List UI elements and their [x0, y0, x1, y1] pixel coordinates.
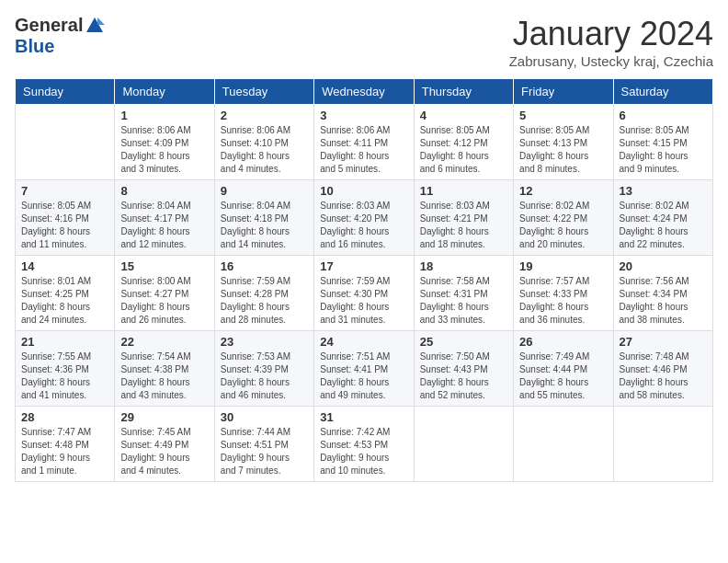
- day-number: 3: [320, 109, 407, 122]
- calendar-cell: 2Sunrise: 8:06 AM Sunset: 4:10 PM Daylig…: [214, 105, 313, 180]
- day-number: 29: [120, 410, 208, 424]
- location-subtitle: Zabrusany, Ustecky kraj, Czechia: [509, 53, 713, 69]
- day-number: 5: [519, 109, 607, 122]
- calendar-cell: 9Sunrise: 8:04 AM Sunset: 4:18 PM Daylig…: [214, 180, 313, 256]
- day-number: 17: [320, 259, 407, 273]
- day-info: Sunrise: 8:02 AM Sunset: 4:24 PM Dayligh…: [620, 200, 707, 251]
- calendar-cell: 26Sunrise: 7:49 AM Sunset: 4:44 PM Dayli…: [514, 331, 613, 407]
- weekday-header-sunday: Sunday: [16, 79, 115, 105]
- logo-blue-text: Blue: [15, 36, 54, 57]
- calendar-cell: 29Sunrise: 7:45 AM Sunset: 4:49 PM Dayli…: [115, 407, 214, 482]
- day-info: Sunrise: 8:00 AM Sunset: 4:27 PM Dayligh…: [120, 275, 208, 327]
- calendar-cell: 8Sunrise: 8:04 AM Sunset: 4:17 PM Daylig…: [115, 180, 214, 256]
- calendar-cell: [16, 105, 115, 180]
- calendar-cell: 31Sunrise: 7:42 AM Sunset: 4:53 PM Dayli…: [314, 407, 414, 482]
- day-info: Sunrise: 7:59 AM Sunset: 4:28 PM Dayligh…: [221, 275, 308, 327]
- logo-icon: [85, 16, 105, 36]
- week-row-3: 14Sunrise: 8:01 AM Sunset: 4:25 PM Dayli…: [16, 256, 713, 331]
- day-number: 13: [620, 184, 707, 198]
- calendar-cell: 17Sunrise: 7:59 AM Sunset: 4:30 PM Dayli…: [314, 256, 414, 331]
- day-number: 18: [420, 259, 507, 273]
- day-number: 9: [221, 184, 308, 198]
- day-info: Sunrise: 7:49 AM Sunset: 4:44 PM Dayligh…: [519, 350, 607, 402]
- weekday-header-wednesday: Wednesday: [314, 79, 414, 105]
- calendar-cell: [514, 407, 613, 482]
- calendar-cell: 22Sunrise: 7:54 AM Sunset: 4:38 PM Dayli…: [115, 331, 214, 407]
- calendar-cell: 14Sunrise: 8:01 AM Sunset: 4:25 PM Dayli…: [16, 256, 115, 331]
- calendar-cell: 5Sunrise: 8:05 AM Sunset: 4:13 PM Daylig…: [514, 105, 613, 180]
- day-info: Sunrise: 7:59 AM Sunset: 4:30 PM Dayligh…: [320, 275, 407, 327]
- calendar-cell: 27Sunrise: 7:48 AM Sunset: 4:46 PM Dayli…: [613, 331, 712, 407]
- day-info: Sunrise: 7:45 AM Sunset: 4:49 PM Dayligh…: [120, 426, 208, 477]
- day-number: 30: [221, 410, 308, 424]
- day-number: 20: [620, 259, 707, 273]
- day-number: 28: [21, 410, 108, 424]
- day-info: Sunrise: 7:42 AM Sunset: 4:53 PM Dayligh…: [320, 426, 407, 477]
- day-number: 8: [120, 184, 208, 198]
- day-info: Sunrise: 8:04 AM Sunset: 4:18 PM Dayligh…: [221, 200, 308, 251]
- day-info: Sunrise: 8:02 AM Sunset: 4:22 PM Dayligh…: [519, 200, 607, 251]
- day-number: 19: [519, 259, 607, 273]
- day-info: Sunrise: 7:44 AM Sunset: 4:51 PM Dayligh…: [221, 426, 308, 477]
- day-info: Sunrise: 7:54 AM Sunset: 4:38 PM Dayligh…: [120, 350, 208, 402]
- calendar-cell: 20Sunrise: 7:56 AM Sunset: 4:34 PM Dayli…: [613, 256, 712, 331]
- calendar-table: SundayMondayTuesdayWednesdayThursdayFrid…: [15, 78, 713, 482]
- day-number: 24: [320, 335, 407, 349]
- calendar-cell: 30Sunrise: 7:44 AM Sunset: 4:51 PM Dayli…: [214, 407, 313, 482]
- day-info: Sunrise: 7:58 AM Sunset: 4:31 PM Dayligh…: [420, 275, 507, 327]
- day-info: Sunrise: 8:03 AM Sunset: 4:20 PM Dayligh…: [320, 200, 407, 251]
- calendar-cell: 19Sunrise: 7:57 AM Sunset: 4:33 PM Dayli…: [514, 256, 613, 331]
- day-number: 21: [21, 335, 108, 349]
- calendar-cell: 3Sunrise: 8:06 AM Sunset: 4:11 PM Daylig…: [314, 105, 414, 180]
- calendar-cell: 25Sunrise: 7:50 AM Sunset: 4:43 PM Dayli…: [414, 331, 513, 407]
- weekday-header-saturday: Saturday: [613, 79, 712, 105]
- calendar-cell: 12Sunrise: 8:02 AM Sunset: 4:22 PM Dayli…: [514, 180, 613, 256]
- day-number: 10: [320, 184, 407, 198]
- day-info: Sunrise: 8:06 AM Sunset: 4:09 PM Dayligh…: [120, 124, 208, 176]
- month-title: January 2024: [509, 15, 713, 53]
- calendar-cell: 23Sunrise: 7:53 AM Sunset: 4:39 PM Dayli…: [214, 331, 313, 407]
- day-info: Sunrise: 8:05 AM Sunset: 4:16 PM Dayligh…: [21, 200, 108, 251]
- title-area: January 2024 Zabrusany, Ustecky kraj, Cz…: [509, 15, 713, 69]
- day-number: 15: [120, 259, 208, 273]
- calendar-cell: 24Sunrise: 7:51 AM Sunset: 4:41 PM Dayli…: [314, 331, 414, 407]
- calendar-cell: 7Sunrise: 8:05 AM Sunset: 4:16 PM Daylig…: [16, 180, 115, 256]
- week-row-4: 21Sunrise: 7:55 AM Sunset: 4:36 PM Dayli…: [16, 331, 713, 407]
- week-row-2: 7Sunrise: 8:05 AM Sunset: 4:16 PM Daylig…: [16, 180, 713, 256]
- day-number: 2: [221, 109, 308, 122]
- calendar-cell: [613, 407, 712, 482]
- calendar-cell: [414, 407, 513, 482]
- weekday-header-friday: Friday: [514, 79, 613, 105]
- day-info: Sunrise: 7:55 AM Sunset: 4:36 PM Dayligh…: [21, 350, 108, 402]
- day-info: Sunrise: 8:03 AM Sunset: 4:21 PM Dayligh…: [420, 200, 507, 251]
- day-info: Sunrise: 7:56 AM Sunset: 4:34 PM Dayligh…: [620, 275, 707, 327]
- calendar-cell: 6Sunrise: 8:05 AM Sunset: 4:15 PM Daylig…: [613, 105, 712, 180]
- calendar-cell: 11Sunrise: 8:03 AM Sunset: 4:21 PM Dayli…: [414, 180, 513, 256]
- day-number: 22: [120, 335, 208, 349]
- logo: General Blue: [15, 15, 105, 57]
- day-number: 6: [620, 109, 707, 122]
- day-info: Sunrise: 8:05 AM Sunset: 4:13 PM Dayligh…: [519, 124, 607, 176]
- day-number: 26: [519, 335, 607, 349]
- day-info: Sunrise: 7:47 AM Sunset: 4:48 PM Dayligh…: [21, 426, 108, 477]
- day-number: 27: [620, 335, 707, 349]
- week-row-1: 1Sunrise: 8:06 AM Sunset: 4:09 PM Daylig…: [16, 105, 713, 180]
- day-number: 12: [519, 184, 607, 198]
- day-info: Sunrise: 7:53 AM Sunset: 4:39 PM Dayligh…: [221, 350, 308, 402]
- weekday-header-monday: Monday: [115, 79, 214, 105]
- day-info: Sunrise: 8:05 AM Sunset: 4:15 PM Dayligh…: [620, 124, 707, 176]
- day-number: 4: [420, 109, 507, 122]
- day-info: Sunrise: 7:50 AM Sunset: 4:43 PM Dayligh…: [420, 350, 507, 402]
- day-number: 14: [21, 259, 108, 273]
- day-number: 16: [221, 259, 308, 273]
- calendar-cell: 21Sunrise: 7:55 AM Sunset: 4:36 PM Dayli…: [16, 331, 115, 407]
- weekday-header-tuesday: Tuesday: [214, 79, 313, 105]
- day-number: 31: [320, 410, 407, 424]
- weekday-header-row: SundayMondayTuesdayWednesdayThursdayFrid…: [16, 79, 713, 105]
- day-number: 23: [221, 335, 308, 349]
- day-info: Sunrise: 8:04 AM Sunset: 4:17 PM Dayligh…: [120, 200, 208, 251]
- day-info: Sunrise: 7:51 AM Sunset: 4:41 PM Dayligh…: [320, 350, 407, 402]
- calendar-cell: 1Sunrise: 8:06 AM Sunset: 4:09 PM Daylig…: [115, 105, 214, 180]
- calendar-cell: 13Sunrise: 8:02 AM Sunset: 4:24 PM Dayli…: [613, 180, 712, 256]
- day-info: Sunrise: 7:48 AM Sunset: 4:46 PM Dayligh…: [620, 350, 707, 402]
